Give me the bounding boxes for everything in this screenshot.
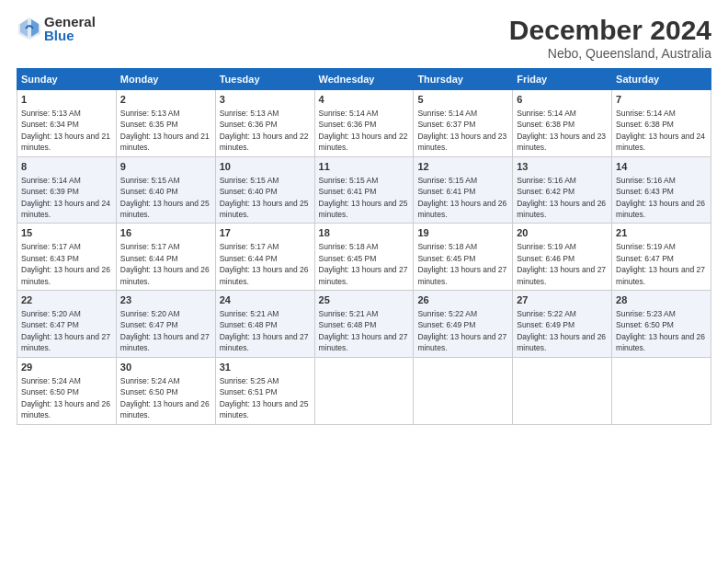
day-number: 21 — [616, 226, 707, 240]
sunrise-info: Sunrise: 5:19 AMSunset: 6:47 PMDaylight:… — [616, 242, 705, 285]
day-cell: 26Sunrise: 5:22 AMSunset: 6:49 PMDayligh… — [414, 291, 513, 358]
day-number: 18 — [319, 226, 410, 240]
header: General Blue December 2024 Nebo, Queensl… — [17, 15, 711, 61]
sunrise-info: Sunrise: 5:15 AMSunset: 6:40 PMDaylight:… — [220, 176, 309, 219]
col-header-friday: Friday — [513, 69, 612, 90]
col-header-thursday: Thursday — [414, 69, 513, 90]
col-header-tuesday: Tuesday — [215, 69, 314, 90]
sunrise-info: Sunrise: 5:21 AMSunset: 6:48 PMDaylight:… — [220, 309, 309, 352]
day-number: 29 — [21, 361, 112, 374]
day-cell: 28Sunrise: 5:23 AMSunset: 6:50 PMDayligh… — [612, 291, 711, 358]
day-cell: 2Sunrise: 5:13 AMSunset: 6:35 PMDaylight… — [116, 90, 215, 157]
header-row: SundayMondayTuesdayWednesdayThursdayFrid… — [17, 69, 711, 90]
col-header-monday: Monday — [116, 69, 215, 90]
col-header-sunday: Sunday — [17, 69, 117, 90]
day-cell: 31Sunrise: 5:25 AMSunset: 6:51 PMDayligh… — [215, 357, 314, 424]
day-cell: 13Sunrise: 5:16 AMSunset: 6:42 PMDayligh… — [513, 156, 612, 224]
day-cell: 6Sunrise: 5:14 AMSunset: 6:38 PMDaylight… — [513, 90, 612, 157]
sunrise-info: Sunrise: 5:15 AMSunset: 6:41 PMDaylight:… — [417, 176, 506, 219]
sunrise-info: Sunrise: 5:21 AMSunset: 6:48 PMDaylight:… — [319, 309, 408, 352]
sunrise-info: Sunrise: 5:14 AMSunset: 6:37 PMDaylight:… — [417, 109, 506, 152]
day-cell: 1Sunrise: 5:13 AMSunset: 6:34 PMDaylight… — [17, 90, 117, 157]
day-number: 25 — [319, 293, 410, 307]
sunrise-info: Sunrise: 5:24 AMSunset: 6:50 PMDaylight:… — [120, 376, 210, 419]
sunrise-info: Sunrise: 5:13 AMSunset: 6:36 PMDaylight:… — [220, 109, 309, 152]
calendar-table: SundayMondayTuesdayWednesdayThursdayFrid… — [17, 68, 711, 425]
day-cell: 11Sunrise: 5:15 AMSunset: 6:41 PMDayligh… — [314, 156, 414, 224]
day-number: 24 — [220, 293, 311, 307]
subtitle: Nebo, Queensland, Australia — [509, 46, 711, 61]
logo-text: General Blue — [44, 15, 96, 42]
day-cell: 23Sunrise: 5:20 AMSunset: 6:47 PMDayligh… — [116, 291, 215, 358]
day-cell: 4Sunrise: 5:14 AMSunset: 6:36 PMDaylight… — [314, 90, 414, 157]
day-number: 11 — [319, 160, 410, 174]
logo-blue: Blue — [44, 29, 96, 42]
day-cell: 3Sunrise: 5:13 AMSunset: 6:36 PMDaylight… — [215, 90, 314, 157]
sunrise-info: Sunrise: 5:13 AMSunset: 6:34 PMDaylight:… — [21, 109, 110, 152]
day-cell: 15Sunrise: 5:17 AMSunset: 6:43 PMDayligh… — [17, 224, 117, 291]
sunrise-info: Sunrise: 5:20 AMSunset: 6:47 PMDaylight:… — [120, 309, 210, 352]
day-number: 31 — [220, 361, 311, 374]
day-cell: 18Sunrise: 5:18 AMSunset: 6:45 PMDayligh… — [314, 224, 414, 291]
day-number: 23 — [120, 293, 211, 307]
sunrise-info: Sunrise: 5:15 AMSunset: 6:41 PMDaylight:… — [319, 176, 408, 219]
col-header-saturday: Saturday — [612, 69, 711, 90]
sunrise-info: Sunrise: 5:25 AMSunset: 6:51 PMDaylight:… — [220, 376, 309, 419]
day-number: 6 — [517, 93, 608, 107]
sunrise-info: Sunrise: 5:14 AMSunset: 6:38 PMDaylight:… — [616, 109, 705, 152]
day-number: 12 — [417, 160, 508, 174]
day-cell — [314, 357, 414, 424]
day-cell: 10Sunrise: 5:15 AMSunset: 6:40 PMDayligh… — [215, 156, 314, 224]
day-number: 4 — [319, 93, 410, 107]
sunrise-info: Sunrise: 5:17 AMSunset: 6:44 PMDaylight:… — [220, 242, 309, 285]
logo-general: General — [44, 15, 96, 29]
day-number: 16 — [120, 226, 211, 240]
day-cell: 25Sunrise: 5:21 AMSunset: 6:48 PMDayligh… — [314, 291, 414, 358]
day-cell: 27Sunrise: 5:22 AMSunset: 6:49 PMDayligh… — [513, 291, 612, 358]
sunrise-info: Sunrise: 5:14 AMSunset: 6:38 PMDaylight:… — [517, 109, 606, 152]
sunrise-info: Sunrise: 5:22 AMSunset: 6:49 PMDaylight:… — [517, 309, 606, 352]
day-number: 9 — [120, 160, 211, 174]
day-cell: 30Sunrise: 5:24 AMSunset: 6:50 PMDayligh… — [116, 357, 215, 424]
sunrise-info: Sunrise: 5:13 AMSunset: 6:35 PMDaylight:… — [120, 109, 210, 152]
week-row-5: 29Sunrise: 5:24 AMSunset: 6:50 PMDayligh… — [17, 357, 711, 424]
day-cell: 9Sunrise: 5:15 AMSunset: 6:40 PMDaylight… — [116, 156, 215, 224]
title-block: December 2024 Nebo, Queensland, Australi… — [509, 15, 711, 61]
day-number: 7 — [616, 93, 707, 107]
day-cell: 19Sunrise: 5:18 AMSunset: 6:45 PMDayligh… — [414, 224, 513, 291]
sunrise-info: Sunrise: 5:17 AMSunset: 6:43 PMDaylight:… — [21, 242, 110, 285]
sunrise-info: Sunrise: 5:24 AMSunset: 6:50 PMDaylight:… — [21, 376, 110, 419]
day-cell: 16Sunrise: 5:17 AMSunset: 6:44 PMDayligh… — [116, 224, 215, 291]
day-number: 22 — [21, 293, 112, 307]
day-cell: 5Sunrise: 5:14 AMSunset: 6:37 PMDaylight… — [414, 90, 513, 157]
day-number: 30 — [120, 361, 211, 374]
sunrise-info: Sunrise: 5:15 AMSunset: 6:40 PMDaylight:… — [120, 176, 210, 219]
day-number: 1 — [21, 93, 112, 107]
sunrise-info: Sunrise: 5:19 AMSunset: 6:46 PMDaylight:… — [517, 242, 606, 285]
sunrise-info: Sunrise: 5:16 AMSunset: 6:42 PMDaylight:… — [517, 176, 606, 219]
sunrise-info: Sunrise: 5:14 AMSunset: 6:39 PMDaylight:… — [21, 176, 110, 219]
day-cell: 12Sunrise: 5:15 AMSunset: 6:41 PMDayligh… — [414, 156, 513, 224]
day-number: 8 — [21, 160, 112, 174]
week-row-3: 15Sunrise: 5:17 AMSunset: 6:43 PMDayligh… — [17, 224, 711, 291]
day-cell: 14Sunrise: 5:16 AMSunset: 6:43 PMDayligh… — [612, 156, 711, 224]
page: General Blue December 2024 Nebo, Queensl… — [0, 0, 728, 563]
day-number: 27 — [517, 293, 608, 307]
day-number: 2 — [120, 93, 211, 107]
day-cell: 7Sunrise: 5:14 AMSunset: 6:38 PMDaylight… — [612, 90, 711, 157]
day-number: 10 — [220, 160, 311, 174]
day-cell: 29Sunrise: 5:24 AMSunset: 6:50 PMDayligh… — [17, 357, 117, 424]
sunrise-info: Sunrise: 5:18 AMSunset: 6:45 PMDaylight:… — [319, 242, 408, 285]
week-row-4: 22Sunrise: 5:20 AMSunset: 6:47 PMDayligh… — [17, 291, 711, 358]
day-number: 3 — [220, 93, 311, 107]
day-cell — [612, 357, 711, 424]
day-cell: 8Sunrise: 5:14 AMSunset: 6:39 PMDaylight… — [17, 156, 117, 224]
day-cell: 24Sunrise: 5:21 AMSunset: 6:48 PMDayligh… — [215, 291, 314, 358]
sunrise-info: Sunrise: 5:22 AMSunset: 6:49 PMDaylight:… — [417, 309, 506, 352]
col-header-wednesday: Wednesday — [314, 69, 414, 90]
day-number: 20 — [517, 226, 608, 240]
day-number: 5 — [417, 93, 508, 107]
sunrise-info: Sunrise: 5:23 AMSunset: 6:50 PMDaylight:… — [616, 309, 705, 352]
week-row-1: 1Sunrise: 5:13 AMSunset: 6:34 PMDaylight… — [17, 90, 711, 157]
sunrise-info: Sunrise: 5:18 AMSunset: 6:45 PMDaylight:… — [417, 242, 506, 285]
